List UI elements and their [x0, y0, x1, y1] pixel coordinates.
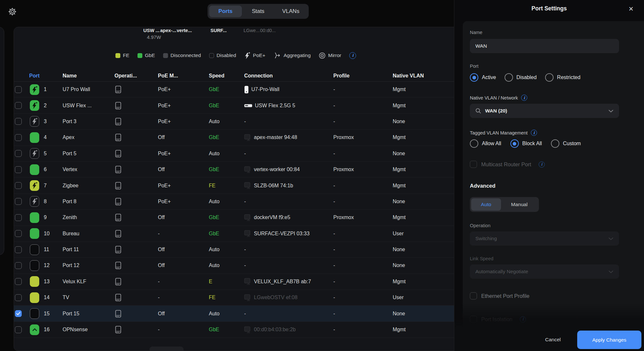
row-checkbox[interactable]	[15, 198, 22, 205]
close-icon[interactable]: ✕	[626, 3, 636, 15]
mirror-icon	[319, 52, 326, 59]
table-row-port-15[interactable]: 15 Port 15 Off Auto - - None	[14, 306, 469, 322]
device-label: verte...	[177, 28, 192, 33]
row-checkbox[interactable]	[15, 86, 22, 93]
column-header-poem[interactable]: PoE M...	[158, 73, 209, 79]
settings-gear-icon[interactable]	[7, 6, 18, 17]
info-icon[interactable]: i	[520, 316, 526, 322]
port-status-icon-connected	[30, 212, 39, 223]
row-checkbox[interactable]	[15, 182, 22, 189]
port-number: 2	[44, 103, 47, 109]
row-checkbox[interactable]	[15, 214, 22, 221]
column-header-speed[interactable]: Speed	[209, 73, 244, 79]
radio-label: Custom	[563, 141, 581, 146]
column-header-connection[interactable]: Connection	[244, 73, 333, 79]
column-header-profile[interactable]: Profile	[333, 73, 393, 79]
radio-restricted[interactable]: Restricted	[545, 73, 580, 82]
radio-label: Disabled	[517, 75, 537, 80]
legend-label: Aggregating	[283, 53, 311, 58]
speed: FE	[209, 295, 244, 300]
port-isolation-checkbox-row[interactable]: Port Isolation i	[470, 316, 526, 323]
row-checkbox[interactable]	[15, 278, 22, 285]
connection-name: 00:d0:b4:03:be:2b	[254, 327, 296, 333]
table-row-port-2[interactable]: 2 USW Flex ... PoE+ GbE USW Flex 2.5G 5 …	[14, 98, 469, 113]
operation-select[interactable]: Switching	[470, 231, 619, 246]
table-row-port-4[interactable]: 4 Apex Off GbE apex-master 94:48 Proxmox…	[14, 130, 469, 146]
table-row-port-6[interactable]: 6 Vertex Off GbE vertex-worker 00:84 Pro…	[14, 162, 469, 178]
table-row-port-5[interactable]: 5 Port 5 PoE+ Auto - - None	[14, 146, 469, 162]
client-device-icon	[244, 230, 251, 237]
radio-disabled[interactable]: Disabled	[505, 73, 537, 82]
switch-device-icon	[114, 213, 122, 222]
multicast-router-port-checkbox-row[interactable]: Multicast Router Port i	[470, 161, 545, 168]
table-row-port-1[interactable]: 1 U7 Pro Wall PoE+ GbE U7-Pro-Wall - Mgm…	[14, 82, 469, 98]
radio-block-all[interactable]: Block All	[510, 139, 542, 148]
column-header-port[interactable]: Port	[29, 73, 63, 79]
legend-item: Mirror	[319, 52, 341, 59]
ports-table-card: USW ...apex-...verte...SURF...LGwe...00:…	[14, 27, 470, 351]
ethernet-port-profile-checkbox-row[interactable]: Ethernet Port Profile	[470, 292, 530, 299]
row-checkbox[interactable]	[15, 134, 22, 141]
table-row-port-11[interactable]: 11 Port 11 Off Auto - - None	[14, 242, 469, 258]
profile: -	[333, 263, 393, 268]
table-row-port-7[interactable]: 7 Zigbee PoE+ FE SLZB-06M 74:1b - Mgmt	[14, 178, 469, 193]
port-status-icon-connected-fe	[30, 276, 39, 287]
radio-label: Block All	[522, 141, 542, 146]
row-checkbox[interactable]	[15, 102, 22, 109]
info-icon[interactable]: i	[531, 130, 537, 136]
connection-name: SURFACE-VEZPI 03:33	[254, 231, 310, 237]
tab-ports[interactable]: Ports	[209, 6, 242, 17]
segment-auto[interactable]: Auto	[471, 198, 501, 211]
table-row-port-8[interactable]: 8 Port 8 PoE+ Auto - - None	[14, 194, 469, 210]
radio-allow-all[interactable]: Allow All	[470, 139, 501, 148]
segment-manual[interactable]: Manual	[501, 198, 538, 211]
profile: -	[333, 279, 393, 285]
row-checkbox[interactable]	[15, 310, 22, 317]
switch-device-icon	[114, 261, 122, 270]
native-vlan-select[interactable]: WAN (20)	[470, 104, 619, 118]
poe-mode: PoE+	[158, 87, 209, 92]
cancel-button[interactable]: Cancel	[539, 328, 567, 351]
connection: vertex-worker 00:84	[244, 166, 333, 173]
checkbox-icon[interactable]	[470, 316, 477, 323]
row-checkbox[interactable]	[15, 118, 22, 125]
tab-vlans[interactable]: VLANs	[274, 6, 307, 17]
multicast-router-port-label: Multicast Router Port	[481, 161, 531, 168]
table-row-port-10[interactable]: 10 Bureau - GbE SURFACE-VEZPI 03:33 - Us…	[14, 226, 469, 242]
name-input[interactable]	[470, 39, 619, 53]
apply-changes-button[interactable]: Apply Changes	[577, 331, 641, 349]
row-checkbox[interactable]	[15, 166, 22, 173]
table-row-port-13[interactable]: 13 Velux KLF - E VELUX_KLF_AB7B ab:7 - M…	[14, 274, 469, 290]
profile: Proxmox	[333, 135, 393, 140]
link-speed-value: Automatically Negotiate	[475, 269, 528, 275]
speed: GbE	[209, 103, 244, 109]
row-checkbox[interactable]	[15, 246, 22, 253]
switch-device-icon	[114, 181, 122, 190]
pagination-stub[interactable]	[149, 346, 184, 351]
tab-stats[interactable]: Stats	[242, 6, 275, 17]
table-row-port-12[interactable]: 12 Port 12 Off Auto - - None	[14, 258, 469, 274]
legend-info-icon[interactable]: i	[349, 52, 356, 59]
checkbox-icon[interactable]	[470, 292, 477, 299]
radio-custom[interactable]: Custom	[551, 139, 581, 148]
row-checkbox[interactable]	[15, 230, 22, 237]
table-row-port-16[interactable]: 16 OPNsense - GbE 00:d0:b4:03:be:2b - Mg…	[14, 322, 469, 338]
table-row-port-9[interactable]: 9 Zenith Off GbE dockerVM f9:e5 Proxmox …	[14, 210, 469, 226]
speed: Auto	[209, 247, 244, 252]
table-row-port-3[interactable]: 3 Port 3 PoE+ Auto - - None	[14, 114, 469, 130]
checkbox-icon[interactable]	[470, 161, 477, 168]
column-header-name[interactable]: Name	[63, 73, 114, 79]
info-icon[interactable]: i	[539, 161, 545, 168]
port-state-radio-group: Active Disabled Restricted	[470, 73, 580, 82]
info-icon[interactable]: i	[521, 95, 527, 101]
row-checkbox[interactable]	[15, 150, 22, 157]
port-name: Velux KLF	[63, 279, 114, 285]
row-checkbox[interactable]	[15, 326, 22, 333]
link-speed-select[interactable]: Automatically Negotiate	[470, 264, 619, 279]
row-checkbox[interactable]	[15, 262, 22, 269]
radio-active[interactable]: Active	[470, 73, 496, 82]
panel-card	[463, 21, 644, 328]
table-row-port-14[interactable]: 14 TV - FE LGwebOSTV ef:08 - User	[14, 290, 469, 306]
column-header-operati[interactable]: Operati...	[114, 73, 158, 79]
row-checkbox[interactable]	[15, 294, 22, 301]
